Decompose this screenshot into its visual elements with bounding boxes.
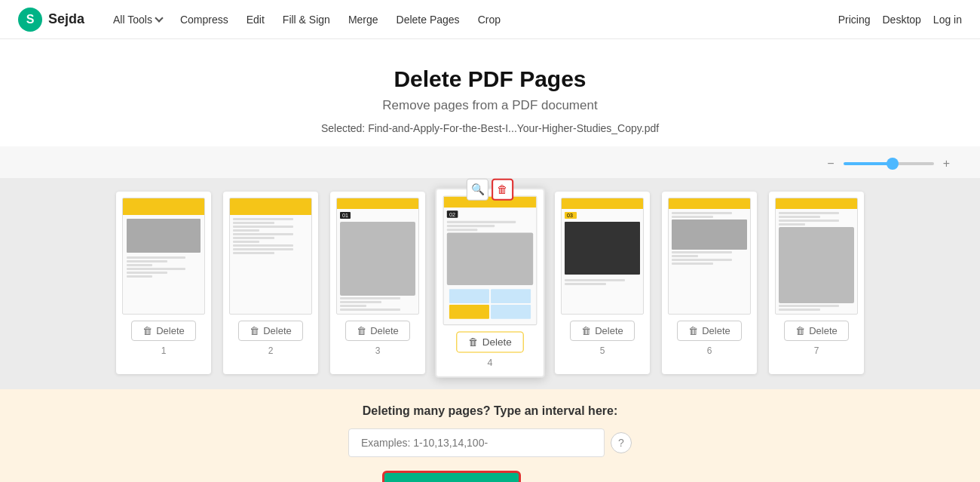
delete-page-7-button[interactable]: 🗑 Delete	[784, 321, 849, 341]
zoom-page-button[interactable]: 🔍	[467, 179, 488, 201]
delete-page-4-button[interactable]: 🗑 Delete	[456, 331, 523, 352]
page-number-3: 3	[375, 345, 381, 356]
zoom-out-button[interactable]: −	[824, 154, 837, 173]
delete-page-icon-button[interactable]: 🗑	[492, 179, 513, 201]
nav-right: Pricing Desktop Log in	[838, 14, 962, 26]
page-thumb-7	[775, 198, 858, 315]
fill-sign-link[interactable]: Fill & Sign	[275, 9, 338, 30]
page-thumb-3: 01	[336, 198, 419, 315]
thumb-body: 03	[562, 209, 643, 314]
page-card-5: 03 🗑 Delete 5	[555, 192, 650, 374]
thumb-header	[123, 198, 204, 215]
all-tools-link[interactable]: All Tools	[106, 9, 170, 30]
thumb-body: 01	[337, 209, 418, 314]
login-link[interactable]: Log in	[933, 14, 962, 26]
interval-label: Deleting many pages? Type an interval he…	[15, 404, 965, 418]
crop-link[interactable]: Crop	[470, 9, 508, 30]
interval-input[interactable]	[348, 428, 605, 457]
thumb-header	[776, 198, 857, 209]
page-thumb-5: 03	[561, 198, 644, 315]
thumb-image	[779, 227, 854, 303]
page-subtitle: Remove pages from a PDF document	[15, 98, 965, 113]
compress-link[interactable]: Compress	[173, 9, 236, 30]
thumb-header	[562, 198, 643, 209]
interval-row: ?	[15, 428, 965, 457]
desktop-link[interactable]: Desktop	[882, 14, 920, 26]
thumb-badge: 01	[340, 212, 351, 219]
apply-changes-button[interactable]: Apply changes	[382, 471, 521, 482]
pages-area: 🗑 Delete 1	[0, 178, 980, 389]
thumb-image	[447, 232, 533, 285]
thumb-body	[776, 209, 857, 314]
page-thumb-2	[229, 198, 312, 315]
logo-icon: S	[18, 8, 42, 32]
delete-page-6-button[interactable]: 🗑 Delete	[677, 321, 742, 341]
edit-link[interactable]: Edit	[239, 9, 272, 30]
card-actions: 🔍 🗑	[467, 179, 513, 201]
page-card-7: 🗑 Delete 7	[769, 192, 864, 374]
page-number-1: 1	[161, 345, 167, 356]
trash-icon: 🗑	[581, 325, 591, 336]
page-card-3: 01 🗑 Delete 3	[330, 192, 425, 374]
trash-icon: 🗑	[357, 325, 366, 336]
delete-page-5-button[interactable]: 🗑 Delete	[570, 321, 635, 341]
delete-page-3-button[interactable]: 🗑 Delete	[345, 321, 410, 341]
trash-icon: 🗑	[468, 336, 479, 348]
delete-page-2-button[interactable]: 🗑 Delete	[238, 321, 303, 341]
thumb-grid	[447, 287, 533, 321]
trash-icon: 🗑	[688, 325, 698, 336]
thumb-badge: 02	[447, 210, 458, 217]
apply-row: Apply changes More options	[15, 471, 965, 482]
delete-pages-link[interactable]: Delete Pages	[389, 9, 467, 30]
delete-page-1-button[interactable]: 🗑 Delete	[131, 321, 196, 341]
thumb-image	[127, 219, 201, 253]
thumb-body	[123, 215, 204, 281]
thumb-body	[669, 209, 750, 314]
merge-link[interactable]: Merge	[341, 9, 386, 30]
zoom-slider[interactable]	[844, 162, 934, 165]
page-number-2: 2	[268, 345, 274, 356]
thumb-dark-block	[565, 222, 640, 275]
main-content: Delete PDF Pages Remove pages from a PDF…	[0, 39, 980, 482]
pricing-link[interactable]: Pricing	[838, 14, 871, 26]
zoom-bar: − +	[0, 146, 980, 178]
filename: Find-and-Apply-For-the-Best-I...Your-Hig…	[368, 122, 659, 134]
page-number-5: 5	[600, 345, 605, 356]
thumb-body	[230, 215, 311, 314]
thumb-image	[672, 220, 747, 250]
thumb-header	[337, 198, 418, 209]
bottom-area: Deleting many pages? Type an interval he…	[0, 389, 980, 482]
nav-links: All Tools Compress Edit Fill & Sign Merg…	[106, 9, 838, 30]
page-card-4: 🔍 🗑 02	[435, 188, 545, 378]
selected-file: Selected: Find-and-Apply-For-the-Best-I.…	[15, 122, 965, 134]
trash-icon: 🗑	[250, 325, 259, 336]
logo[interactable]: S Sejda	[18, 8, 84, 32]
page-number-4: 4	[488, 358, 493, 369]
chevron-down-icon	[155, 14, 163, 22]
zoom-in-button[interactable]: +	[940, 154, 953, 173]
page-thumb-6	[668, 198, 751, 315]
page-card-1: 🗑 Delete 1	[116, 192, 211, 374]
help-button[interactable]: ?	[611, 432, 632, 453]
hero-section: Delete PDF Pages Remove pages from a PDF…	[0, 39, 980, 146]
thumb-body: 02	[444, 207, 537, 324]
page-number-7: 7	[814, 345, 819, 356]
page-thumb-4: 02	[443, 196, 537, 326]
trash-icon: 🗑	[142, 325, 152, 336]
page-number-6: 6	[707, 345, 712, 356]
thumb-image	[340, 222, 415, 296]
trash-icon: 🗑	[795, 325, 805, 336]
navbar: S Sejda All Tools Compress Edit Fill & S…	[0, 0, 980, 39]
thumb-header	[230, 198, 311, 215]
page-thumb-1	[122, 198, 205, 315]
thumb-header	[669, 198, 750, 209]
page-card-2: 🗑 Delete 2	[223, 192, 318, 374]
thumb-badge: 03	[565, 212, 577, 219]
page-title: Delete PDF Pages	[15, 66, 965, 92]
logo-text: Sejda	[48, 11, 84, 27]
page-card-6: 🗑 Delete 6	[662, 192, 757, 374]
